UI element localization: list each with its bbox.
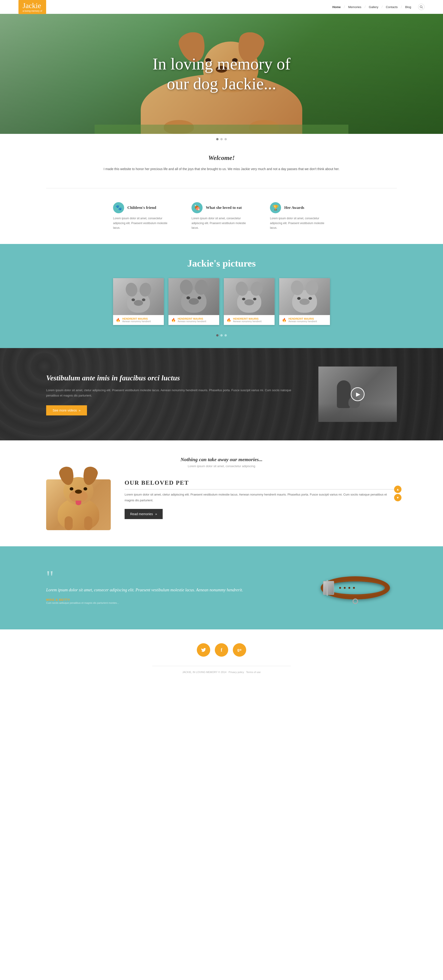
logo-name: Jackie	[22, 2, 41, 10]
caption-sub-1: Aenean nonummy hendrerit	[122, 320, 151, 323]
scroll-down-button[interactable]: ▼	[394, 494, 402, 501]
pet-bio-title: OUR BELOVED PET	[125, 479, 397, 490]
header: Jackie a loving memory of Home / Memorie…	[0, 0, 443, 14]
search-icon[interactable]	[418, 4, 424, 10]
gallery-item-3[interactable]: 🔥 HENDRERIT MAURIS Aenean nonummy hendre…	[224, 278, 275, 325]
memories-section: Nothing can take away our memories... Lo…	[0, 441, 443, 546]
footer-divider	[152, 666, 291, 666]
nav-gallery[interactable]: Gallery	[367, 5, 380, 9]
main-nav: Home / Memories / Gallery / Contacts / B…	[330, 4, 424, 10]
video-section: Vestibulum ante imis in faucibus orci lu…	[0, 348, 443, 441]
video-play-button[interactable]: ▶	[351, 387, 365, 401]
gallery-item-4[interactable]: 🔥 HENDRERIT MAURIS Aenean nonummy hendre…	[279, 278, 330, 325]
caption-title-3: HENDRERIT MAURIS	[233, 317, 261, 320]
caption-flame-icon-4: 🔥	[282, 318, 287, 322]
gallery-caption-3: 🔥 HENDRERIT MAURIS Aenean nonummy hendre…	[224, 315, 275, 325]
gallery-title: Jackie's pictures	[46, 258, 397, 269]
quote-mark: "	[46, 572, 295, 583]
gallery-img-4	[279, 278, 330, 315]
footer-copy: JACKIE, IN LOVING MEMORY © 2014 Privacy …	[182, 671, 260, 673]
hero-dot-2[interactable]	[220, 138, 223, 140]
welcome-body: I made this website to honor her preciou…	[92, 166, 351, 172]
gallery-caption-4: 🔥 HENDRERIT MAURIS Aenean nonummy hendre…	[279, 315, 330, 325]
video-thumbnail[interactable]: ▶	[318, 366, 397, 422]
feature-childrens-friend: 🐾 Children's friend Lorem ipsum dolor si…	[113, 202, 173, 230]
gallery-item-1[interactable]: 🔥 HENDRERIT MAURIS Aenean nonummy hendre…	[113, 278, 164, 325]
gallery-item-2[interactable]: 🔥 HENDRERIT MAURIS Aenean nonummy hendre…	[168, 278, 219, 325]
social-icons: f g+	[197, 643, 246, 657]
gallery-dot-3[interactable]	[224, 334, 227, 337]
gallery-pagination	[46, 332, 397, 337]
footer: f g+ JACKIE, IN LOVING MEMORY © 2014 Pri…	[0, 629, 443, 683]
gallery-img-3	[224, 278, 275, 315]
quote-text: Lorem ipsum dolor sit amet, consecer adi…	[46, 587, 295, 593]
pet-bio-body: Lorem ipsum dolor sit amet, ctetur adipi…	[125, 492, 397, 503]
memories-wrapper: Nothing can take away our memories... Lo…	[0, 441, 443, 546]
awards-icon: 🏆	[270, 202, 281, 213]
hero-dot-3[interactable]	[224, 138, 227, 140]
svg-line-1	[422, 8, 423, 8]
awards-title: Her Awards	[284, 205, 304, 210]
feature-food: 🍖 What she loved to eat Lorem ipsum dolo…	[192, 202, 251, 230]
scroll-buttons: ▲ ▼	[394, 485, 402, 501]
video-title: Vestibulum ante imis in faucibus orci lu…	[46, 373, 300, 383]
food-body: Lorem ipsum dolor sit amet, consectetur …	[192, 216, 251, 230]
read-memories-button[interactable]: Read memories »	[125, 509, 163, 519]
gallery-caption-2: 🔥 HENDRERIT MAURIS Aenean nonummy hendre…	[168, 315, 219, 325]
hero-text: In loving memory of our dog Jackie...	[152, 54, 291, 94]
hero-line2: our dog Jackie...	[152, 74, 291, 94]
section-divider	[46, 188, 397, 188]
gallery-dot-2[interactable]	[220, 334, 223, 337]
gallery-grid: 🔥 HENDRERIT MAURIS Aenean nonummy hendre…	[46, 278, 397, 325]
caption-flame-icon-3: 🔥	[227, 318, 231, 322]
childrens-friend-title: Children's friend	[127, 205, 156, 210]
caption-flame-icon-1: 🔥	[116, 318, 121, 322]
hero-line1: In loving memory of	[152, 54, 291, 74]
quote-desc: Cum sociis aetiuque penatibus et magnis …	[46, 601, 295, 604]
nav-contacts[interactable]: Contacts	[384, 5, 399, 9]
childrens-friend-icon: 🐾	[113, 202, 124, 213]
memories-headline: Nothing can take away our memories...	[46, 457, 397, 463]
logo-subtitle: a loving memory of	[22, 10, 42, 12]
pet-dog-photo	[46, 479, 111, 530]
twitter-button[interactable]	[197, 643, 210, 657]
scroll-up-button[interactable]: ▲	[394, 485, 402, 493]
footer-social: f g+ JACKIE, IN LOVING MEMORY © 2014 Pri…	[0, 629, 443, 683]
gallery-dot-1[interactable]	[216, 334, 219, 337]
caption-sub-4: Aenean nonummy hendrerit	[288, 320, 317, 323]
childrens-friend-body: Lorem ipsum dolor sit amet, consectetur …	[113, 216, 173, 230]
pet-bio: OUR BELOVED PET Lorem ipsum dolor sit am…	[46, 479, 397, 530]
quote-author: MIKE & BETTY	[46, 598, 295, 601]
quote-block: " Lorem ipsum dolor sit amet, consecer a…	[46, 572, 295, 605]
nav-blog[interactable]: Blog	[403, 5, 413, 9]
caption-flame-icon-2: 🔥	[171, 318, 176, 322]
gallery-img-2	[168, 278, 219, 315]
features-section: 🐾 Children's friend Lorem ipsum dolor si…	[0, 195, 443, 244]
video-body: Lorem ipsum dolor sit amet, ctetur adipi…	[46, 388, 300, 398]
collar-image	[314, 560, 397, 616]
video-inner: Vestibulum ante imis in faucibus orci lu…	[46, 366, 397, 422]
nav-home[interactable]: Home	[330, 5, 342, 9]
terms-link[interactable]: Terms of use	[246, 671, 261, 673]
google-plus-button[interactable]: g+	[233, 643, 246, 657]
gallery-img-1	[113, 278, 164, 315]
nav-memories[interactable]: Memories	[346, 5, 363, 9]
food-icon: 🍖	[192, 202, 203, 213]
pet-bio-text: OUR BELOVED PET Lorem ipsum dolor sit am…	[125, 479, 397, 519]
logo: Jackie a loving memory of	[19, 0, 46, 14]
video-text-area: Vestibulum ante imis in faucibus orci lu…	[46, 373, 300, 415]
hero-pagination	[0, 134, 443, 140]
caption-sub-2: Aenean nonummy hendrerit	[178, 320, 206, 323]
privacy-link[interactable]: Privacy policy	[229, 671, 244, 673]
food-title: What she loved to eat	[206, 205, 242, 210]
svg-point-0	[420, 6, 422, 8]
welcome-section: Welcome! I made this website to honor he…	[0, 140, 443, 181]
caption-title-1: HENDRERIT MAURIS	[122, 317, 151, 320]
hero-dot-1[interactable]	[216, 138, 219, 140]
facebook-button[interactable]: f	[215, 643, 228, 657]
awards-body: Lorem ipsum dolor sit amet, consectetur …	[270, 216, 330, 230]
caption-sub-3: Aenean nonummy hendrerit	[233, 320, 261, 323]
welcome-title: Welcome!	[92, 154, 351, 162]
see-more-videos-button[interactable]: See more videos »	[46, 405, 87, 415]
caption-title-4: HENDRERIT MAURIS	[288, 317, 317, 320]
